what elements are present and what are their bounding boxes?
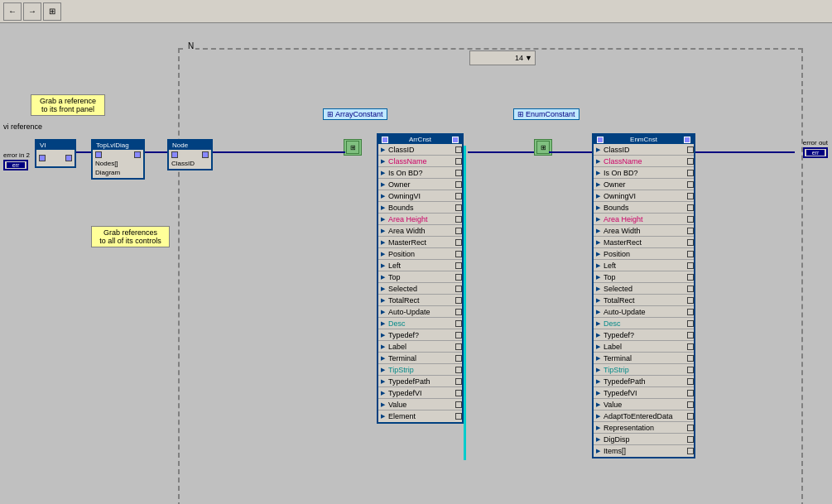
top-lvl-out [134, 151, 141, 158]
enm-cnst-row-area-width: ▶Area Width [594, 225, 694, 237]
wire-enm-to-errout [695, 151, 795, 153]
node-in [171, 151, 178, 158]
enm-cnst-row-desc: ▶Desc [594, 318, 694, 329]
arr-cnst-row-owningvi: ▶OwningVI [378, 190, 462, 202]
enm-cnst-row-representation: ▶Representation [594, 422, 694, 434]
arr-cnst-rows: ▶ClassID▶ClassName▶Is On BD?▶Owner▶Ownin… [378, 144, 462, 422]
error-cluster-right: err [803, 147, 828, 158]
enm-cnst-prop-node[interactable]: EnmCnst ▶ClassID▶ClassName▶Is On BD?▶Own… [592, 133, 695, 458]
arr-cnst-row-classname: ▶ClassName [378, 156, 462, 167]
arr-cnst-row-bounds: ▶Bounds [378, 202, 462, 214]
grab-controls-label: Grab references to all of its controls [91, 226, 170, 247]
wire-arr-to-enum [468, 151, 534, 153]
arr-cnst-row-owner: ▶Owner [378, 179, 462, 190]
enm-cnst-row-typedefvi: ▶TypedefVI [594, 387, 694, 399]
enm-cnst-row-adapttoentereddata: ▶AdaptToEnteredData [594, 410, 694, 422]
enm-cnst-row-auto-update: ▶Auto-Update [594, 306, 694, 318]
enm-cnst-row-classname: ▶ClassName [594, 156, 694, 167]
arr-cnst-row-top: ▶Top [378, 271, 462, 283]
enum-const-label: ⊞EnumConstant [513, 108, 580, 120]
arr-cnst-title: ArrCnst [378, 135, 462, 144]
grid-btn[interactable]: ⊞ [43, 2, 61, 21]
vi-terminal-left [39, 155, 46, 161]
scroll-selector[interactable]: 14 ▼ [469, 50, 536, 65]
arr-cnst-row-auto-update: ▶Auto-Update [378, 306, 462, 318]
enm-cnst-row-typedefpath: ▶TypedefPath [594, 376, 694, 387]
grab-front-panel-label: Grab a reference to its front panel [31, 94, 105, 116]
node-title: Node [169, 141, 211, 150]
class-id-label: ClassID [169, 160, 211, 169]
enm-cnst-title: EnmCnst [594, 135, 694, 144]
enm-cnst-row-classid: ▶ClassID [594, 144, 694, 156]
arr-cnst-row-totalrect: ▶TotalRect [378, 295, 462, 306]
corner-n-label: N [186, 41, 195, 50]
back-btn[interactable]: ← [3, 2, 22, 21]
arr-cnst-row-left: ▶Left [378, 260, 462, 271]
arr-cnst-row-element: ▶Element [378, 410, 462, 422]
enm-cnst-row-terminal: ▶Terminal [594, 353, 694, 364]
enm-cnst-row-position: ▶Position [594, 248, 694, 260]
top-lvl-diag-title: TopLvlDiag [93, 141, 143, 150]
wire-vi-to-toplvl [76, 151, 91, 153]
enum-connector-icon: ⊞ [534, 139, 552, 156]
arr-cnst-row-selected: ▶Selected [378, 283, 462, 295]
enm-cnst-row-bounds: ▶Bounds [594, 202, 694, 214]
arr-cnst-row-classid: ▶ClassID [378, 144, 462, 156]
enm-cnst-row-items--: ▶Items[] [594, 445, 694, 457]
top-lvl-diag-node[interactable]: TopLvlDiag Nodes[] Diagram [91, 139, 145, 180]
diagram-label: Diagram [93, 169, 143, 178]
vi-reference-label: vi reference [3, 122, 42, 131]
node-out [202, 151, 209, 158]
arr-cnst-row-position: ▶Position [378, 248, 462, 260]
arr-cnst-row-value: ▶Value [378, 399, 462, 410]
nodes-arr-label: Nodes[] [93, 160, 143, 169]
enm-cnst-row-area-height: ▶Area Height [594, 214, 694, 225]
enm-cnst-row-digdisp: ▶DigDisp [594, 434, 694, 445]
toolbar: ← → ⊞ [0, 0, 832, 23]
arr-cnst-row-area-height: ▶Area Height [378, 214, 462, 225]
arr-cnst-row-typedefpath: ▶TypedefPath [378, 376, 462, 387]
enm-cnst-row-left: ▶Left [594, 260, 694, 271]
enm-cnst-row-masterrect: ▶MasterRect [594, 237, 694, 248]
error-in-label: error in 2 [3, 151, 30, 159]
arr-cnst-row-tipstrip: ▶TipStrip [378, 364, 462, 376]
error-out-label: error out [803, 139, 828, 146]
scroll-arrow[interactable]: ▼ [525, 54, 535, 62]
enm-cnst-row-is-on-bd-: ▶Is On BD? [594, 167, 694, 179]
enm-cnst-row-owningvi: ▶OwningVI [594, 190, 694, 202]
canvas: N i 14 ▼ Grab a reference to its front p… [0, 23, 832, 504]
enm-cnst-row-top: ▶Top [594, 271, 694, 283]
arr-const-label: ⊞ArrayConstant [323, 108, 387, 120]
enm-cnst-row-value: ▶Value [594, 399, 694, 410]
selected-wire [464, 146, 466, 460]
enm-cnst-row-tipstrip: ▶TipStrip [594, 364, 694, 376]
node-node[interactable]: Node ClassID [167, 139, 213, 170]
enm-cnst-row-totalrect: ▶TotalRect [594, 295, 694, 306]
vi-node-title: VI [36, 141, 75, 150]
arr-cnst-row-typedefvi: ▶TypedefVI [378, 387, 462, 399]
vi-node[interactable]: VI [35, 139, 76, 168]
wire-toplvl-to-node [145, 151, 167, 153]
vi-terminal-right [65, 155, 72, 161]
arr-cnst-row-label: ▶Label [378, 341, 462, 353]
enm-cnst-row-label: ▶Label [594, 341, 694, 353]
arr-cnst-row-typedef-: ▶Typedef? [378, 329, 462, 341]
arr-connector-icon: ⊞ [344, 139, 362, 156]
arr-cnst-prop-node[interactable]: ArrCnst ▶ClassID▶ClassName▶Is On BD?▶Own… [377, 133, 464, 424]
enm-cnst-row-typedef-: ▶Typedef? [594, 329, 694, 341]
arr-cnst-row-desc: ▶Desc [378, 318, 462, 329]
forward-btn[interactable]: → [23, 2, 41, 21]
arr-cnst-row-masterrect: ▶MasterRect [378, 237, 462, 248]
enm-cnst-row-owner: ▶Owner [594, 179, 694, 190]
wire-enum-to-enm [549, 151, 592, 153]
error-cluster-left: err [3, 160, 28, 170]
top-lvl-in [95, 151, 102, 158]
arr-cnst-row-is-on-bd-: ▶Is On BD? [378, 167, 462, 179]
outer-container: N i [178, 48, 803, 504]
scroll-value: 14 [470, 54, 525, 62]
wire-node-to-arr [213, 151, 345, 153]
enm-cnst-row-selected: ▶Selected [594, 283, 694, 295]
arr-cnst-row-area-width: ▶Area Width [378, 225, 462, 237]
arr-cnst-row-terminal: ▶Terminal [378, 353, 462, 364]
enm-cnst-rows: ▶ClassID▶ClassName▶Is On BD?▶Owner▶Ownin… [594, 144, 694, 457]
